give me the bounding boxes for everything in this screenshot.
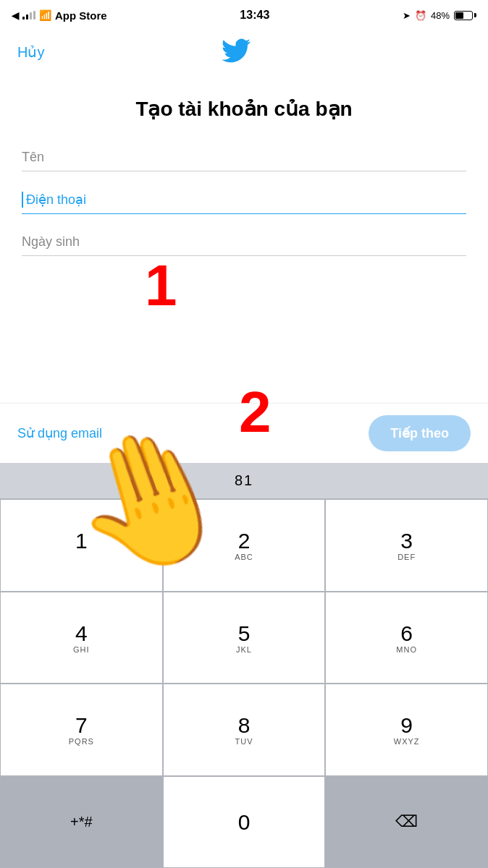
alarm-icon: ⏰ bbox=[415, 10, 426, 21]
key-3[interactable]: 3 DEF bbox=[325, 499, 488, 592]
key-1-letters bbox=[80, 553, 83, 561]
key-6-num: 6 bbox=[400, 621, 413, 645]
name-label: Tên bbox=[22, 150, 466, 165]
key-6-letters: MNO bbox=[396, 645, 417, 654]
wifi-icon: 📶 bbox=[39, 9, 51, 21]
key-5-letters: JKL bbox=[236, 645, 252, 654]
key-delete[interactable]: ⌫ bbox=[325, 776, 488, 869]
keyboard: 81 1 2 ABC 3 DEF 4 GHI 5 bbox=[0, 463, 488, 868]
key-3-letters: DEF bbox=[397, 553, 416, 561]
key-2[interactable]: 2 ABC bbox=[163, 499, 326, 592]
name-input-group[interactable]: Tên bbox=[22, 150, 466, 171]
key-9-letters: WXYZ bbox=[394, 737, 420, 746]
status-right: ➤ ⏰ 48% bbox=[403, 10, 476, 21]
twitter-logo bbox=[222, 36, 251, 68]
phone-label: Điện thoại bbox=[26, 192, 86, 208]
text-cursor bbox=[22, 192, 23, 208]
keyboard-row-3: 7 PQRS 8 TUV 9 WXYZ bbox=[0, 684, 488, 776]
key-4-num: 4 bbox=[75, 621, 88, 645]
form-area: Tạo tài khoản của bạn Tên Điện thoại Ngà… bbox=[0, 75, 488, 291]
phone-input-group[interactable]: Điện thoại bbox=[22, 192, 466, 214]
battery-icon bbox=[454, 11, 476, 20]
battery-percent: 48% bbox=[431, 10, 450, 21]
status-bar: ◀ 📶 App Store 13:43 ➤ ⏰ 48% bbox=[0, 0, 488, 29]
status-left: ◀ 📶 App Store bbox=[12, 9, 107, 22]
key-2-letters: ABC bbox=[235, 553, 253, 561]
key-6[interactable]: 6 MNO bbox=[325, 592, 488, 684]
key-5-num: 5 bbox=[238, 621, 251, 645]
keyboard-row-1: 1 2 ABC 3 DEF bbox=[0, 499, 488, 592]
key-7-letters: PQRS bbox=[69, 737, 94, 746]
status-time: 13:43 bbox=[240, 9, 269, 22]
keyboard-display: 81 bbox=[235, 472, 253, 489]
key-8[interactable]: 8 TUV bbox=[163, 684, 326, 776]
key-8-num: 8 bbox=[238, 713, 251, 737]
key-7[interactable]: 7 PQRS bbox=[0, 684, 163, 776]
key-0-num: 0 bbox=[238, 810, 251, 834]
key-1[interactable]: 1 bbox=[0, 499, 163, 592]
key-4-letters: GHI bbox=[73, 645, 90, 654]
phone-row: Điện thoại bbox=[22, 192, 466, 208]
back-arrow-icon: ◀ bbox=[12, 10, 19, 21]
key-8-letters: TUV bbox=[235, 737, 253, 746]
cancel-button[interactable]: Hủy bbox=[17, 43, 44, 61]
step-1-annotation: 1 bbox=[145, 257, 177, 315]
key-7-num: 7 bbox=[75, 713, 88, 737]
key-9[interactable]: 9 WXYZ bbox=[325, 684, 488, 776]
dob-label: Ngày sinh bbox=[22, 234, 466, 250]
key-special[interactable]: +*# bbox=[0, 776, 163, 869]
key-2-num: 2 bbox=[238, 529, 251, 553]
key-3-num: 3 bbox=[400, 529, 413, 553]
keyboard-row-4: +*# 0 ⌫ bbox=[0, 776, 488, 869]
keyboard-row-2: 4 GHI 5 JKL 6 MNO bbox=[0, 592, 488, 684]
key-5[interactable]: 5 JKL bbox=[163, 592, 326, 684]
use-email-button[interactable]: Sử dụng email bbox=[17, 425, 102, 441]
key-4[interactable]: 4 GHI bbox=[0, 592, 163, 684]
location-icon: ➤ bbox=[403, 10, 411, 21]
header-nav: Hủy bbox=[0, 29, 488, 75]
carrier-label: App Store bbox=[55, 9, 107, 22]
keyboard-top-bar: 81 bbox=[0, 463, 488, 499]
form-title: Tạo tài khoản của bạn bbox=[22, 97, 466, 121]
signal-bars-icon bbox=[22, 11, 35, 20]
step-2-annotation: 2 bbox=[239, 383, 272, 441]
dob-input-group[interactable]: Ngày sinh bbox=[22, 234, 466, 256]
key-9-num: 9 bbox=[400, 713, 413, 737]
key-1-num: 1 bbox=[75, 529, 88, 553]
next-button[interactable]: Tiếp theo bbox=[369, 415, 471, 451]
key-0[interactable]: 0 bbox=[163, 776, 326, 869]
keyboard-rows: 1 2 ABC 3 DEF 4 GHI 5 JKL 6 bbox=[0, 499, 488, 868]
